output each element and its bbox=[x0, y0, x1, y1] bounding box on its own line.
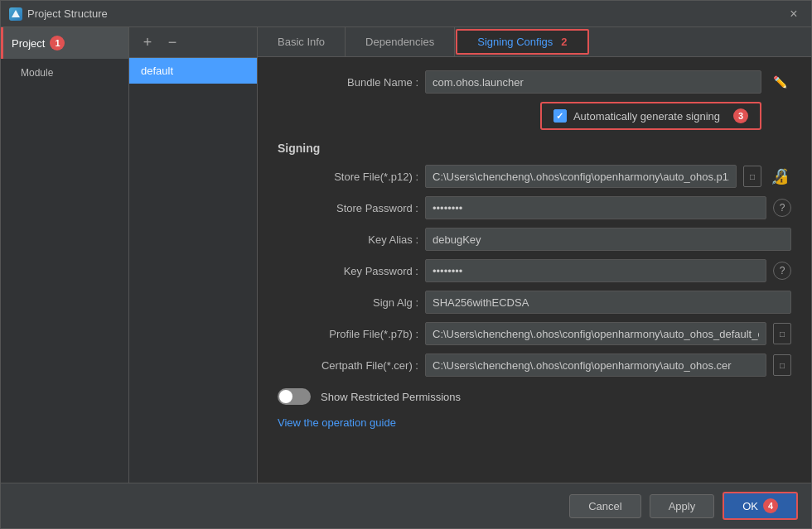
add-config-button[interactable]: + bbox=[138, 32, 157, 52]
checkbox-check-icon: ✓ bbox=[556, 111, 563, 122]
tabs-bar: Basic Info Dependencies Signing Configs … bbox=[258, 27, 811, 57]
store-file-input[interactable] bbox=[425, 165, 737, 188]
auto-sign-label: Automatically generate signing bbox=[573, 110, 720, 123]
list-toolbar: + − bbox=[129, 27, 257, 58]
store-password-input[interactable] bbox=[425, 196, 766, 219]
signing-section: Signing Store File(*.p12) : □ 🔏 Store Pa… bbox=[278, 142, 791, 377]
restricted-permissions-label: Show Restricted Permissions bbox=[321, 391, 461, 403]
bundle-name-label: Bundle Name : bbox=[278, 76, 418, 89]
profile-file-input[interactable] bbox=[425, 322, 766, 345]
auto-sign-row: ✓ Automatically generate signing 3 bbox=[278, 102, 791, 130]
store-password-row: Store Password : ? bbox=[278, 196, 791, 219]
bundle-name-input[interactable] bbox=[425, 70, 761, 94]
certpath-file-input[interactable] bbox=[425, 353, 766, 377]
bundle-name-edit-icon[interactable]: ✏️ bbox=[768, 70, 791, 94]
tab-signing-badge: 2 bbox=[561, 36, 567, 48]
sidebar-item-module[interactable]: Module bbox=[1, 59, 128, 87]
key-password-label: Key Password : bbox=[278, 265, 418, 277]
tab-basic-info[interactable]: Basic Info bbox=[258, 27, 346, 56]
profile-file-browse-icon[interactable]: □ bbox=[773, 323, 791, 344]
close-button[interactable]: × bbox=[785, 5, 803, 23]
cancel-button[interactable]: Cancel bbox=[569, 494, 640, 518]
operation-guide-link[interactable]: View the operation guide bbox=[278, 416, 396, 429]
key-alias-row: Key Alias : bbox=[278, 228, 791, 251]
store-file-label: Store File(*.p12) : bbox=[278, 171, 418, 183]
auto-sign-checkbox[interactable]: ✓ bbox=[553, 109, 567, 123]
store-file-browse-icon[interactable]: □ bbox=[743, 166, 761, 187]
main-content: Project 1 Module + − default bbox=[1, 27, 811, 483]
auto-sign-box: ✓ Automatically generate signing 3 bbox=[540, 102, 761, 130]
signing-section-title: Signing bbox=[278, 142, 791, 155]
sidebar-module-label: Module bbox=[21, 67, 53, 79]
key-alias-input[interactable] bbox=[425, 228, 791, 251]
sign-alg-input[interactable] bbox=[425, 291, 791, 314]
sign-alg-row: Sign Alg : bbox=[278, 291, 791, 314]
project-structure-dialog: Project Structure × Project 1 Module + − bbox=[0, 0, 812, 529]
remove-config-button[interactable]: − bbox=[162, 32, 182, 52]
certpath-file-row: Certpath File(*.cer) : □ bbox=[278, 353, 791, 377]
tab-dependencies[interactable]: Dependencies bbox=[346, 27, 455, 56]
ok-badge: 4 bbox=[763, 498, 778, 513]
certpath-file-browse-icon[interactable]: □ bbox=[773, 354, 791, 376]
apply-button[interactable]: Apply bbox=[650, 494, 715, 518]
store-file-fingerprint-icon[interactable]: 🔏 bbox=[768, 165, 791, 188]
profile-file-row: Profile File(*.p7b) : □ bbox=[278, 322, 791, 345]
right-panel: Basic Info Dependencies Signing Configs … bbox=[258, 27, 811, 483]
store-password-help-icon[interactable]: ? bbox=[773, 199, 791, 217]
sidebar-item-project[interactable]: Project 1 bbox=[1, 27, 128, 59]
guide-link-row: View the operation guide bbox=[278, 416, 791, 429]
restricted-permissions-toggle[interactable] bbox=[278, 388, 311, 405]
toggle-thumb bbox=[279, 390, 292, 403]
key-alias-label: Key Alias : bbox=[278, 233, 418, 246]
project-badge: 1 bbox=[50, 36, 65, 50]
store-file-row: Store File(*.p12) : □ 🔏 bbox=[278, 165, 791, 188]
sidebar: Project 1 Module bbox=[1, 27, 129, 483]
key-password-input[interactable] bbox=[425, 259, 766, 282]
key-password-row: Key Password : ? bbox=[278, 259, 791, 282]
certpath-file-label: Certpath File(*.cer) : bbox=[278, 359, 418, 372]
titlebar: Project Structure × bbox=[1, 1, 811, 27]
auto-sign-badge: 3 bbox=[733, 108, 748, 123]
key-password-help-icon[interactable]: ? bbox=[773, 262, 791, 280]
svg-marker-0 bbox=[12, 10, 20, 17]
form-content: Bundle Name : ✏️ ✓ Automatically generat… bbox=[258, 57, 811, 483]
restricted-permissions-row: Show Restricted Permissions bbox=[278, 388, 791, 405]
sidebar-project-label: Project bbox=[12, 37, 45, 50]
ok-button[interactable]: OK 4 bbox=[723, 492, 798, 520]
app-icon bbox=[9, 7, 22, 21]
sign-alg-label: Sign Alg : bbox=[278, 296, 418, 309]
bundle-name-row: Bundle Name : ✏️ bbox=[278, 70, 791, 94]
profile-file-label: Profile File(*.p7b) : bbox=[278, 328, 418, 340]
footer: Cancel Apply OK 4 bbox=[1, 483, 811, 528]
dialog-title: Project Structure bbox=[27, 7, 785, 20]
config-list: default bbox=[129, 58, 257, 483]
config-list-panel: + − default bbox=[129, 27, 258, 483]
config-item-default[interactable]: default bbox=[129, 58, 257, 84]
store-password-label: Store Password : bbox=[278, 202, 418, 214]
tab-signing-configs[interactable]: Signing Configs 2 bbox=[456, 29, 588, 55]
